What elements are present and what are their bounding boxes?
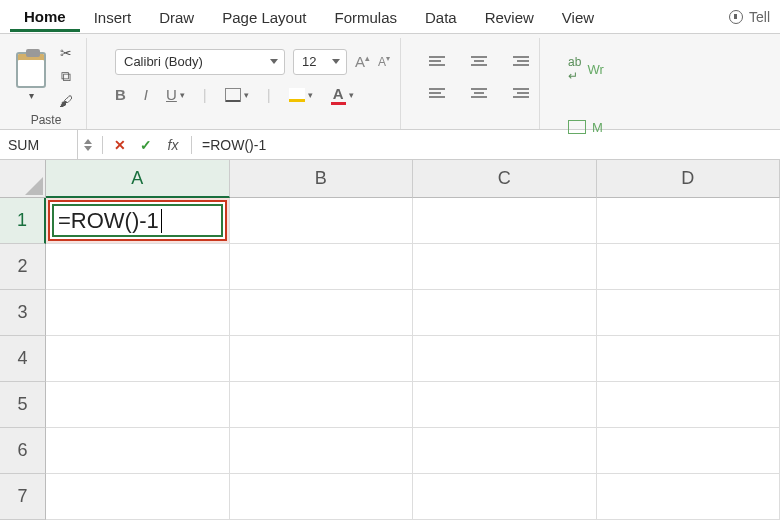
cell[interactable] [230, 382, 414, 428]
worksheet: 1 2 3 4 5 6 7 A B C D =ROW()-1 [0, 160, 780, 520]
align-center-button[interactable] [467, 82, 491, 104]
cell[interactable] [597, 244, 781, 290]
tab-draw[interactable]: Draw [145, 3, 208, 30]
cell[interactable] [46, 244, 230, 290]
decrease-font-button[interactable]: A▾ [378, 54, 390, 69]
cell[interactable] [597, 428, 781, 474]
select-all-corner[interactable] [0, 160, 46, 198]
row-headers: 1 2 3 4 5 6 7 [0, 160, 46, 520]
cell[interactable] [46, 336, 230, 382]
group-clipboard-label: Paste [16, 111, 76, 127]
cell[interactable] [46, 474, 230, 520]
divider [191, 136, 192, 154]
group-alignment [419, 38, 540, 129]
align-middle-button[interactable] [467, 50, 491, 72]
cell-a1[interactable]: =ROW()-1 [46, 198, 230, 244]
copy-button[interactable]: ⧉ [56, 68, 76, 86]
cell[interactable] [597, 290, 781, 336]
name-box[interactable]: SUM [0, 130, 78, 159]
tab-view[interactable]: View [548, 3, 608, 30]
cell[interactable] [230, 290, 414, 336]
row-header[interactable]: 6 [0, 428, 46, 474]
row-header[interactable]: 3 [0, 290, 46, 336]
cell[interactable] [413, 336, 597, 382]
chevron-down-icon: ▾ [180, 90, 185, 100]
cell[interactable] [46, 428, 230, 474]
name-box-stepper[interactable] [84, 139, 92, 151]
enter-formula-button[interactable]: ✓ [133, 137, 159, 153]
italic-button[interactable]: I [144, 86, 148, 103]
tab-formulas[interactable]: Formulas [320, 3, 411, 30]
chevron-down-icon: ▾ [308, 90, 313, 100]
column-headers: A B C D [46, 160, 780, 198]
align-right-button[interactable] [505, 82, 529, 104]
cell[interactable] [597, 382, 781, 428]
underline-button[interactable]: U▾ [166, 86, 185, 103]
ribbon: ▾ ✂ ⧉ 🖌 Paste Calibri (Body) [0, 34, 780, 130]
wrap-text-button[interactable]: ab↵ Wr [568, 46, 604, 92]
cell[interactable] [413, 244, 597, 290]
row-header[interactable]: 7 [0, 474, 46, 520]
cell[interactable] [413, 474, 597, 520]
cell[interactable] [597, 336, 781, 382]
tab-insert[interactable]: Insert [80, 3, 146, 30]
cell[interactable] [46, 382, 230, 428]
column-header[interactable]: A [46, 160, 230, 198]
paintbrush-icon: 🖌 [59, 93, 73, 109]
cell[interactable] [413, 290, 597, 336]
tab-review[interactable]: Review [471, 3, 548, 30]
formula-input[interactable]: =ROW()-1 [196, 137, 780, 153]
fill-color-button[interactable]: ▾ [289, 88, 313, 102]
align-left-button[interactable] [429, 82, 453, 104]
bold-button[interactable]: B [115, 86, 126, 103]
borders-button[interactable]: ▾ [225, 88, 249, 102]
group-alignment-label [429, 111, 529, 127]
cell[interactable] [46, 290, 230, 336]
wrap-text-icon: ab↵ [568, 55, 581, 83]
name-box-value: SUM [8, 137, 39, 153]
tell-me[interactable]: Tell [729, 9, 770, 25]
chevron-up-icon [84, 139, 92, 144]
cell[interactable] [413, 198, 597, 244]
cell[interactable] [597, 474, 781, 520]
tab-data[interactable]: Data [411, 3, 471, 30]
cell[interactable] [230, 198, 414, 244]
cell[interactable] [230, 336, 414, 382]
tell-me-label: Tell [749, 9, 770, 25]
formula-bar: SUM ✕ ✓ fx =ROW()-1 [0, 130, 780, 160]
cut-button[interactable]: ✂ [56, 44, 76, 62]
cell[interactable] [413, 382, 597, 428]
paste-dropdown[interactable]: ▾ [29, 90, 34, 101]
align-bottom-button[interactable] [505, 50, 529, 72]
row-header[interactable]: 5 [0, 382, 46, 428]
column-header[interactable]: D [597, 160, 781, 198]
cell[interactable] [230, 244, 414, 290]
tab-home[interactable]: Home [10, 2, 80, 32]
font-name-select[interactable]: Calibri (Body) [115, 49, 285, 75]
decrease-font-icon: A [378, 55, 386, 69]
tab-page-layout[interactable]: Page Layout [208, 3, 320, 30]
insert-function-button[interactable]: fx [159, 137, 187, 153]
cell[interactable] [597, 198, 781, 244]
cell[interactable] [230, 428, 414, 474]
row-header[interactable]: 2 [0, 244, 46, 290]
row-header[interactable]: 4 [0, 336, 46, 382]
increase-font-button[interactable]: A▴ [355, 53, 370, 70]
cell[interactable] [413, 428, 597, 474]
font-size-select[interactable]: 12 [293, 49, 347, 75]
format-painter-button[interactable]: 🖌 [56, 92, 76, 110]
ribbon-tabs: Home Insert Draw Page Layout Formulas Da… [0, 0, 780, 34]
cell[interactable] [230, 474, 414, 520]
align-top-button[interactable] [429, 50, 453, 72]
scissors-icon: ✂ [60, 45, 72, 61]
underline-label: U [166, 86, 177, 103]
cancel-formula-button[interactable]: ✕ [107, 137, 133, 153]
font-color-button[interactable]: A▾ [331, 85, 354, 105]
cell-editor[interactable]: =ROW()-1 [52, 204, 223, 237]
increase-font-icon: A [355, 53, 365, 70]
column-header[interactable]: C [413, 160, 597, 198]
column-header[interactable]: B [230, 160, 414, 198]
row-header[interactable]: 1 [0, 198, 46, 244]
divider [102, 136, 103, 154]
chevron-down-icon [270, 59, 278, 64]
